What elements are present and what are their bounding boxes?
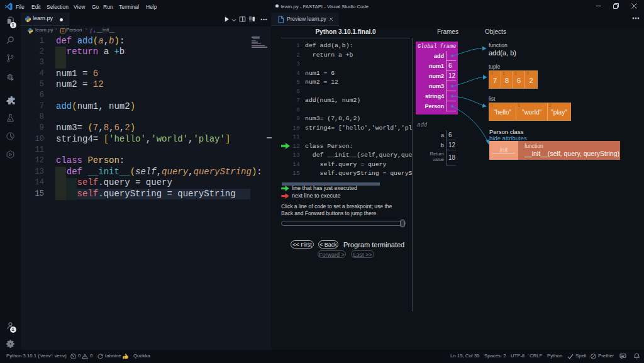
svg-text:p: p [242, 18, 245, 22]
svg-text:x: x [93, 30, 96, 33]
svg-text:f: f [91, 27, 93, 33]
